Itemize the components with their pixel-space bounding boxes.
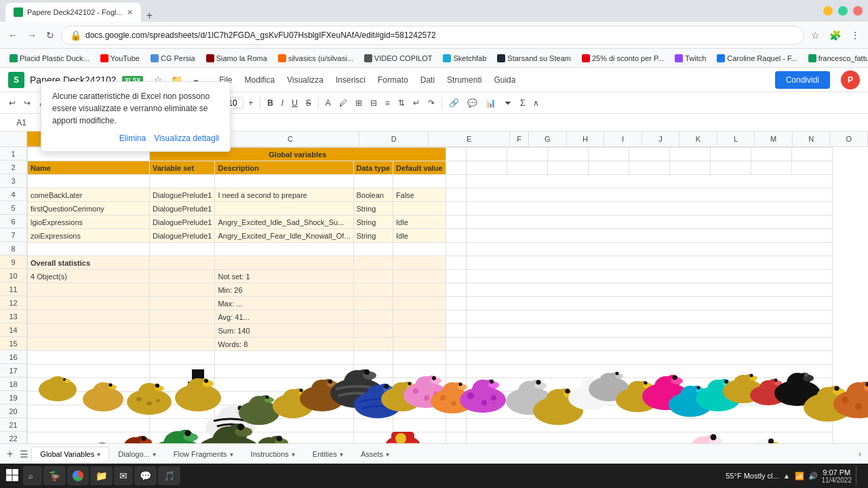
cell-e12[interactable] [393,297,446,310]
taskbar-app1[interactable]: 💬 [134,466,157,485]
cell-rest-9[interactable] [466,256,832,270]
col-header-i[interactable]: I [604,131,642,146]
col-header-m[interactable]: M [755,131,793,146]
cell-d10[interactable] [353,270,393,283]
tab-entities[interactable]: Entities ▾ [304,447,352,461]
chart-button[interactable]: 📊 [482,96,499,110]
tab-dropdown-arrow[interactable]: ▾ [292,451,295,458]
tools-expand[interactable]: ∧ [530,96,542,110]
col-header-h[interactable]: H [567,131,605,146]
cell-f13[interactable] [446,310,466,324]
cell-rest-12[interactable] [466,297,832,310]
taskbar-app2[interactable]: 🎵 [158,466,180,485]
bookmark-sketchfab[interactable]: Sketchfab [439,53,490,64]
cell-k1[interactable] [629,148,669,161]
minimize-button[interactable] [823,6,833,16]
wrap-button[interactable]: ↵ [410,96,423,110]
cell-b10[interactable] [150,270,215,283]
italic-button[interactable]: I [278,96,287,110]
cell-c8[interactable] [215,243,353,256]
cell-f8[interactable] [446,243,466,256]
cell-b15[interactable] [150,338,215,351]
row-num-6[interactable]: 6 [0,215,26,228]
menu-modifica[interactable]: Modifica [239,73,281,87]
cell-d7[interactable]: String [353,229,393,243]
cell-f4[interactable] [446,188,466,202]
cell-b6[interactable]: DialoguePrelude1 [150,216,215,229]
menu-guida[interactable]: Guida [488,73,521,87]
cell-b9[interactable] [150,256,215,270]
cell-a6[interactable]: lgioExpressions [28,216,150,229]
cell-d6[interactable]: String [353,216,393,229]
cell-l2[interactable] [669,161,710,175]
bookmark-starsand[interactable]: Starsand su Steam [493,53,575,64]
cell-c12[interactable]: Max: ... [215,297,353,310]
cell-rest-5[interactable] [466,202,832,216]
col-header-o[interactable]: O [830,131,868,146]
cell-i2[interactable] [547,161,588,175]
cell-f5[interactable] [446,202,466,216]
tab-close-button[interactable]: ✕ [127,8,133,17]
row-num-9[interactable]: 9 [0,256,26,269]
comment-button[interactable]: 💬 [464,96,481,110]
col-header-f[interactable]: F [510,131,529,146]
dismiss-button[interactable]: Elimina [119,134,146,143]
cell-e2[interactable]: Default value [393,161,446,175]
redo-button[interactable]: ↪ [20,96,34,110]
bookmark-twitch[interactable]: Twitch [671,53,710,64]
cell-f11[interactable] [446,283,466,297]
start-button[interactable] [3,466,22,485]
cell-m2[interactable] [710,161,751,175]
cell-g2[interactable] [466,161,507,175]
row-num-2[interactable]: 2 [0,161,26,174]
cell-c7[interactable]: Angry_Excited_Fear_Idle_Knowall_Of... [215,229,353,243]
cell-a11[interactable] [28,283,150,297]
cell-e9[interactable] [393,256,446,270]
cell-b2[interactable]: Variable set [150,161,215,175]
cell-c3[interactable] [215,175,353,188]
cell-d8[interactable] [353,243,393,256]
row-num-14[interactable]: 14 [0,323,26,337]
cell-d3[interactable] [353,175,393,188]
cell-f15[interactable] [446,338,466,351]
bookmark-youtube[interactable]: YouTube [96,53,144,64]
new-tab-button[interactable]: + [141,9,158,22]
cell-c2[interactable]: Description [215,161,353,175]
tab-dropdown-arrow[interactable]: ▾ [386,451,389,458]
cell-e7[interactable]: Idle [393,229,446,243]
cell-d5[interactable]: String [353,202,393,216]
row-num-1[interactable]: 1 [0,147,26,161]
cell-n1[interactable] [751,148,791,161]
row-num-19[interactable]: 19 [0,391,26,405]
reload-button[interactable]: ↻ [43,27,57,43]
row-num-12[interactable]: 12 [0,296,26,310]
tab-dropdown-arrow[interactable]: ▾ [153,451,156,458]
taskbar-email[interactable]: ✉ [114,466,133,485]
cell-f2[interactable] [446,161,466,175]
row-num-17[interactable]: 17 [0,364,26,378]
cell-c5[interactable] [215,202,353,216]
cell-l1[interactable] [669,148,710,161]
row-num-5[interactable]: 5 [0,201,26,215]
clock[interactable]: 9:07 PM 11/4/2022 [822,468,852,484]
cell-c15[interactable]: Words: 8 [215,338,353,351]
tab-dropdown-arrow[interactable]: ▾ [340,451,343,458]
row-num-3[interactable]: 3 [0,174,26,188]
bookmark-button[interactable]: ☆ [808,27,823,43]
cell-e8[interactable] [393,243,446,256]
cell-f12[interactable] [446,297,466,310]
cell-b11[interactable] [150,283,215,297]
cell-m1[interactable] [710,148,751,161]
cell-e13[interactable] [393,310,446,324]
cell-c11[interactable]: Min: 26 [215,283,353,297]
cell-f10[interactable] [446,270,466,283]
bookmark-sconto[interactable]: 25% di sconto per P... [578,53,668,64]
cell-h2[interactable] [507,161,547,175]
col-header-l[interactable]: L [717,131,755,146]
more-button[interactable]: ⋮ [848,27,863,43]
cell-reference-input[interactable] [3,118,43,127]
cell-h1[interactable] [507,148,547,161]
underline-button[interactable]: U [288,96,301,110]
cell-b4[interactable]: DialoguePrelude1 [150,188,215,202]
sheet-scroll-right[interactable]: › [854,449,865,459]
